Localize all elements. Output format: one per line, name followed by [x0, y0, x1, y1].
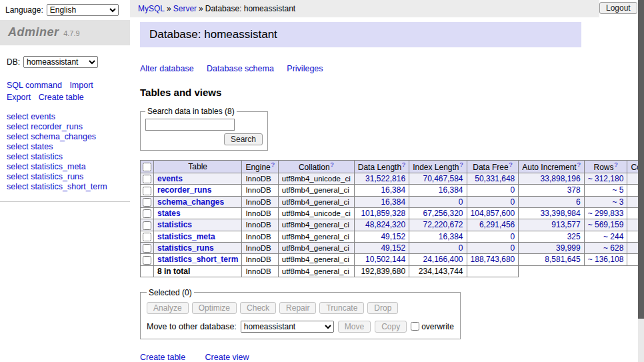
- sidebar-item-select-events[interactable]: select events: [7, 112, 55, 121]
- search-input[interactable]: [145, 119, 235, 131]
- overwrite-control: overwrite: [411, 322, 454, 331]
- breadcrumb-current: Database: homeassistant: [205, 4, 295, 13]
- engine-cell: InnoDB: [242, 207, 278, 219]
- sidebar-item-select-statistics-runs[interactable]: select statistics_runs: [7, 172, 83, 181]
- scrollbar-thumb[interactable]: [638, 0, 644, 319]
- optimize-button[interactable]: Optimize: [192, 302, 237, 314]
- tables-heading: Tables and views: [140, 87, 628, 98]
- breadcrumb-link-server[interactable]: Server: [173, 4, 197, 13]
- analyze-button[interactable]: Analyze: [147, 302, 189, 314]
- table-name-link[interactable]: statistics: [157, 220, 192, 229]
- index-length-cell: 72,220,672: [409, 219, 467, 231]
- search-legend: Search data in tables (8): [145, 107, 237, 116]
- table-name-link[interactable]: statistics_runs: [157, 243, 214, 253]
- column-help-link[interactable]: ?: [402, 161, 405, 168]
- row-checkbox-cell: [141, 254, 154, 265]
- row-checkbox[interactable]: [143, 244, 151, 253]
- language-select[interactable]: English: [47, 4, 119, 16]
- collation-cell: utf8mb4_general_ci: [278, 196, 354, 207]
- repair-button[interactable]: Repair: [279, 302, 316, 314]
- row-checkbox[interactable]: [143, 256, 151, 265]
- column-header-label: Engine: [245, 163, 270, 172]
- column-help-link[interactable]: ?: [615, 161, 618, 168]
- row-checkbox[interactable]: [143, 221, 151, 230]
- sidebar-link-create-table[interactable]: Create table: [39, 93, 84, 102]
- select-all-checkbox[interactable]: [143, 163, 151, 171]
- scrollbar[interactable]: [638, 0, 644, 362]
- row-checkbox[interactable]: [143, 187, 151, 195]
- table-row: recorder_runsInnoDButf8mb4_general_ci16,…: [141, 185, 644, 196]
- drop-button[interactable]: Drop: [367, 302, 398, 314]
- row-checkbox[interactable]: [143, 233, 151, 241]
- index-length-cell: 0: [409, 242, 467, 253]
- copy-button[interactable]: Copy: [375, 321, 407, 333]
- list-item: select statistics: [7, 152, 123, 161]
- row-checkbox[interactable]: [143, 209, 151, 218]
- action-link-alter-database[interactable]: Alter database: [140, 64, 194, 73]
- sidebar-link-import[interactable]: Import: [69, 81, 93, 90]
- total-label: 8 in total: [154, 265, 242, 277]
- engine-cell: InnoDB: [242, 242, 278, 253]
- table-name-link[interactable]: states: [157, 209, 181, 218]
- move-button[interactable]: Move: [338, 321, 371, 333]
- collation-cell: utf8mb4_general_ci: [278, 219, 354, 231]
- engine-cell: InnoDB: [242, 254, 278, 265]
- index-length-cell: 16,384: [409, 231, 467, 242]
- collation-cell: utf8mb4_general_ci: [278, 254, 354, 265]
- selected-fieldset: Selected (0) Analyze Optimize Check Repa…: [140, 288, 461, 339]
- db-select[interactable]: homeassistant: [23, 56, 98, 68]
- list-item: select statistics_meta: [7, 162, 123, 171]
- table-name-link[interactable]: statistics_short_term: [157, 255, 238, 264]
- overwrite-checkbox[interactable]: [411, 322, 419, 331]
- sidebar-link-sql-command[interactable]: SQL command: [7, 81, 62, 90]
- table-name-link[interactable]: statistics_meta: [157, 232, 215, 241]
- row-checkbox[interactable]: [143, 175, 151, 183]
- breadcrumb-link-mysql[interactable]: MySQL: [138, 4, 165, 13]
- index-length-cell: 67,256,320: [409, 207, 467, 219]
- table-name-cell: statistics: [154, 219, 242, 231]
- create-table-link[interactable]: Create table: [140, 353, 185, 362]
- check-button[interactable]: Check: [240, 302, 276, 314]
- search-button[interactable]: Search: [224, 133, 263, 145]
- total-data-free-cell: [467, 265, 519, 277]
- sidebar-link-export[interactable]: Export: [7, 93, 31, 102]
- sidebar-item-select-statistics-short-term[interactable]: select statistics_short_term: [7, 182, 107, 191]
- column-header-label: Auto Increment: [522, 163, 576, 172]
- column-help-link[interactable]: ?: [331, 161, 334, 168]
- list-item: select statistics_short_term: [7, 182, 123, 191]
- list-item: select statistics_runs: [7, 172, 123, 181]
- table-row: schema_changesInnoDButf8mb4_general_ci16…: [141, 196, 644, 207]
- column-help-link[interactable]: ?: [577, 161, 581, 168]
- table-name-link[interactable]: recorder_runs: [157, 185, 211, 195]
- rows-cell: ~ 5: [584, 185, 627, 196]
- table-name-link[interactable]: schema_changes: [157, 197, 224, 207]
- column-header: Index Length?: [409, 161, 467, 173]
- action-link-database-schema[interactable]: Database schema: [207, 64, 274, 73]
- auto-increment-cell: 33,398,984: [519, 207, 584, 219]
- table-name-cell: statistics_runs: [154, 242, 242, 253]
- column-help-link[interactable]: ?: [460, 161, 463, 168]
- sidebar-item-select-statistics-meta[interactable]: select statistics_meta: [7, 162, 86, 171]
- create-view-link[interactable]: Create view: [205, 353, 249, 362]
- move-label: Move to other database:: [147, 322, 237, 331]
- column-header-label: Rows: [594, 163, 614, 172]
- main-area: MySQL»Server»Database: homeassistant Log…: [130, 0, 638, 362]
- column-help-link[interactable]: ?: [509, 161, 513, 168]
- logout-area: Logout: [599, 0, 638, 14]
- sidebar-item-select-states[interactable]: select states: [7, 142, 53, 151]
- sidebar-item-select-statistics[interactable]: select statistics: [7, 152, 63, 161]
- table-name-link[interactable]: events: [157, 174, 183, 183]
- engine-cell: InnoDB: [242, 173, 278, 185]
- sidebar-item-select-recorder-runs[interactable]: select recorder_runs: [7, 122, 83, 131]
- data-length-cell: 16,384: [354, 196, 409, 207]
- data-length-cell: 101,859,328: [354, 207, 409, 219]
- row-checkbox[interactable]: [143, 198, 151, 207]
- move-db-select[interactable]: homeassistant: [241, 321, 334, 333]
- row-checkbox-cell: [141, 207, 154, 219]
- logout-button[interactable]: Logout: [599, 2, 637, 14]
- action-link-privileges[interactable]: Privileges: [287, 64, 323, 73]
- column-help-link[interactable]: ?: [271, 161, 275, 168]
- index-length-cell: 0: [409, 196, 467, 207]
- truncate-button[interactable]: Truncate: [319, 302, 364, 314]
- sidebar-item-select-schema-changes[interactable]: select schema_changes: [7, 132, 96, 141]
